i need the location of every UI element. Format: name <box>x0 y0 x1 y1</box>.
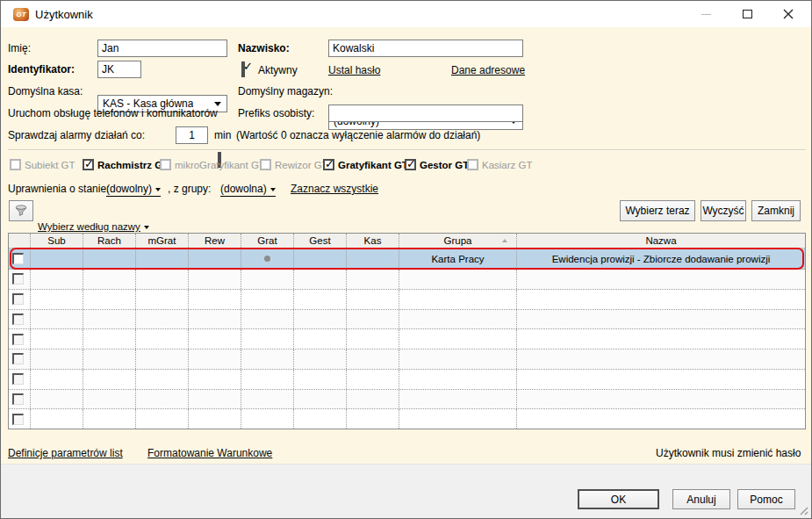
alarm-unit-label: min <box>214 129 231 141</box>
table-row[interactable] <box>9 329 805 350</box>
column-header-rach[interactable]: Rach <box>83 234 136 248</box>
resize-grip-icon[interactable] <box>797 504 808 515</box>
phones-label: Uruchom obsługę telefonów i komunikatoró… <box>8 107 218 119</box>
column-header-kas[interactable]: Kas <box>347 234 399 248</box>
alarm-interval-label: Sprawdzaj alarmy działań co: <box>8 129 145 141</box>
module-item-mikrogratyfikant: mikroGratyfikant GT <box>160 159 265 170</box>
active-checkbox[interactable] <box>241 61 245 77</box>
row-checkbox[interactable] <box>12 253 24 264</box>
conditional-formatting-link[interactable]: Formatowanie Warunkowe <box>147 447 272 459</box>
first-name-input[interactable] <box>97 40 227 57</box>
row-checkbox[interactable] <box>12 293 24 305</box>
module-checkbox-rewizor <box>260 159 271 170</box>
user-dialog-window: GT Użytkownik Imię: Nazwisko: Identyfika… <box>0 0 812 519</box>
chevron-down-icon <box>214 102 221 106</box>
module-item-subiekt: Subiekt GT <box>10 159 75 170</box>
row-checkbox[interactable] <box>12 334 24 345</box>
permissions-state-dropdown[interactable]: (dowolny) <box>106 183 161 197</box>
column-header-gest[interactable]: Gest <box>294 234 347 248</box>
close-list-button[interactable]: Zamknij <box>751 200 801 221</box>
close-icon <box>783 9 794 19</box>
clear-button[interactable]: Wyczyść <box>701 200 746 221</box>
column-header-rew[interactable]: Rew <box>189 234 241 248</box>
module-checkbox-gestor[interactable] <box>405 159 416 170</box>
minimize-button <box>687 1 724 27</box>
gt-logo-icon: GT <box>13 8 29 21</box>
table-row[interactable] <box>9 310 805 330</box>
help-button[interactable]: Pomoc <box>737 489 795 509</box>
module-label-gestor: Gestor GT <box>420 160 469 170</box>
table-row[interactable] <box>9 350 805 370</box>
personal-prefix-label: Prefiks osobisty: <box>238 107 314 119</box>
module-checkbox-rachmistrz[interactable] <box>83 159 94 170</box>
close-button[interactable] <box>770 1 807 27</box>
last-name-input[interactable] <box>328 40 523 57</box>
must-change-password-label: Użytkownik musi zmienić hasło <box>656 447 801 459</box>
module-label-mikrogratyfikant: mikroGratyfikant GT <box>175 160 265 170</box>
module-label-rewizor: Rewizor GT <box>275 160 328 170</box>
identifier-input[interactable] <box>97 61 141 78</box>
row-checkbox[interactable] <box>12 393 24 405</box>
first-name-label: Imię: <box>8 42 31 54</box>
filter-icon-button[interactable] <box>9 200 33 221</box>
row-checkbox[interactable] <box>12 273 24 285</box>
module-checkbox-subiekt <box>10 159 21 170</box>
table-row[interactable] <box>9 290 805 310</box>
row-checkbox[interactable] <box>12 353 24 364</box>
chevron-down-icon <box>155 188 161 191</box>
alarm-interval-input[interactable] <box>176 126 208 144</box>
table-row[interactable] <box>9 370 805 390</box>
grat-marker-dot <box>264 256 270 262</box>
module-label-kasiarz: Kasiarz GT <box>482 160 533 170</box>
module-item-gratyfikant: Gratyfikant GT <box>323 159 408 170</box>
column-header-checkbox <box>9 234 31 248</box>
default-cash-label: Domyślna kasa: <box>8 85 83 97</box>
cancel-button[interactable]: Anuluj <box>672 489 730 509</box>
minimize-icon <box>701 14 711 15</box>
module-label-rachmistrz: Rachmistrz GT <box>97 160 169 170</box>
table-row[interactable] <box>9 409 805 429</box>
titlebar: GT Użytkownik <box>1 1 811 27</box>
select-by-name-link[interactable]: Wybierz według nazwy <box>38 221 149 232</box>
column-header-mgrat[interactable]: mGrat <box>136 234 189 248</box>
permissions-label: Uprawnienia o stanie: <box>8 183 109 195</box>
identifier-label: Identyfikator: <box>8 63 75 76</box>
ok-button[interactable]: OK <box>578 489 659 509</box>
active-checkbox-label: Aktywny <box>258 64 298 76</box>
set-password-link[interactable]: Ustal hasło <box>328 64 380 76</box>
row-checkbox[interactable] <box>12 373 24 385</box>
section-divider <box>8 149 806 151</box>
permissions-group-dropdown[interactable]: (dowolna) <box>220 183 276 197</box>
column-header-grat[interactable]: Grat <box>241 234 294 248</box>
personal-prefix-input[interactable] <box>328 105 523 122</box>
permissions-group-value: (dowolna) <box>220 183 267 195</box>
window-title: Użytkownik <box>35 8 93 21</box>
select-now-button[interactable]: Wybierz teraz <box>620 200 695 221</box>
select-by-name-label: Wybierz według nazwy <box>38 221 140 232</box>
module-label-subiekt: Subiekt GT <box>25 160 75 170</box>
column-header-nazwa[interactable]: Nazwa <box>517 234 805 248</box>
permissions-table: Sub Rach mGrat Rew Grat Gest Kas Grupa N… <box>8 233 806 429</box>
dialog-body: Imię: Nazwisko: Identyfikator: Aktywny U… <box>1 27 811 464</box>
module-checkbox-mikrogratyfikant <box>160 159 171 170</box>
selected-row[interactable]: Karta Pracy Ewidencja prowizji - Zbiorcz… <box>9 249 805 270</box>
column-header-grupa[interactable]: Grupa <box>399 234 517 248</box>
module-label-gratyfikant: Gratyfikant GT <box>338 160 408 170</box>
address-data-link[interactable]: Dane adresowe <box>451 64 525 76</box>
selected-row-grupa: Karta Pracy <box>399 249 517 269</box>
module-checkbox-kasiarz <box>467 159 478 170</box>
chevron-down-icon <box>270 188 276 191</box>
column-header-sub[interactable]: Sub <box>31 234 83 248</box>
table-row[interactable] <box>9 390 805 410</box>
select-all-link[interactable]: Zaznacz wszystkie <box>291 183 378 195</box>
row-checkbox[interactable] <box>12 314 24 325</box>
table-header-row: Sub Rach mGrat Rew Grat Gest Kas Grupa N… <box>9 234 805 249</box>
maximize-button[interactable] <box>729 1 765 27</box>
permissions-state-value: (dowolny) <box>106 183 152 195</box>
chevron-down-icon <box>144 226 149 229</box>
table-row[interactable] <box>9 270 805 290</box>
list-params-link[interactable]: Definicje parametrów list <box>8 447 123 459</box>
alarm-hint: (Wartość 0 oznacza wyłączenie alarmów do… <box>236 129 480 141</box>
row-checkbox[interactable] <box>12 414 24 425</box>
module-checkbox-gratyfikant[interactable] <box>323 159 334 170</box>
